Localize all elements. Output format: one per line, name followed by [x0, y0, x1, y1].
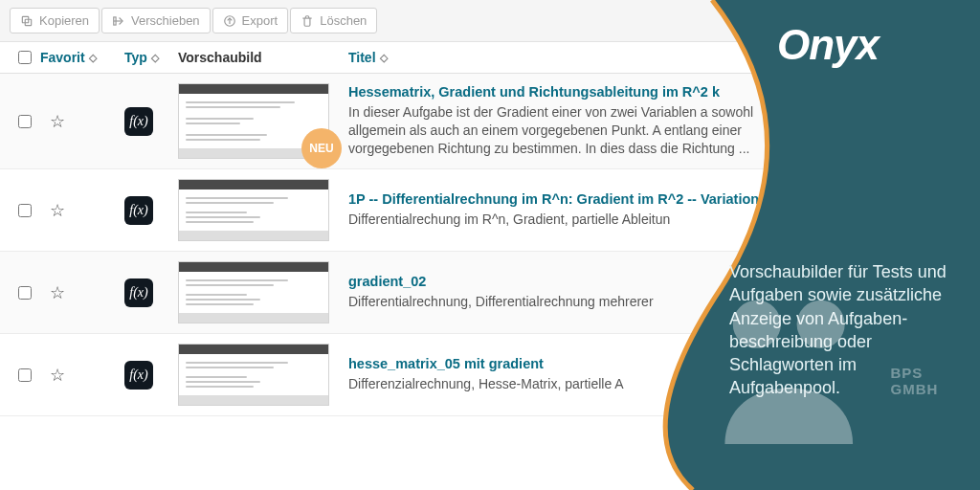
copy-button[interactable]: Kopieren	[10, 8, 100, 33]
row-title-link[interactable]: Hessematrix, Gradient und Richtungsablei…	[348, 84, 970, 100]
thumbnail[interactable]	[178, 344, 329, 406]
table-header: Favorit◇ Typ◇ Vorschaubild Titel◇	[0, 42, 980, 74]
type-icon: f(x)	[124, 107, 153, 136]
toolbar: Kopieren Verschieben Export Löschen	[0, 0, 980, 42]
sort-icon: ◇	[151, 52, 159, 64]
thumbnail[interactable]	[178, 179, 329, 241]
trash-icon	[301, 14, 314, 28]
delete-label: Löschen	[320, 13, 367, 28]
row-checkbox[interactable]	[18, 204, 32, 217]
row-description: Differentialrechung im R^n, Gradient, pa…	[348, 211, 789, 229]
type-icon: f(x)	[124, 196, 153, 225]
export-button[interactable]: Export	[212, 8, 289, 33]
table-row: ☆f(x)hesse_matrix_05 mit gradientDiffere…	[0, 334, 980, 416]
row-title-link[interactable]: gradient_02	[348, 274, 970, 289]
copy-label: Kopieren	[39, 13, 89, 28]
favorite-star[interactable]: ☆	[50, 201, 65, 220]
type-icon: f(x)	[124, 278, 153, 307]
sort-icon: ◇	[380, 52, 388, 64]
favorite-star[interactable]: ☆	[50, 283, 65, 302]
sort-icon: ◇	[89, 52, 97, 64]
new-badge: NEU	[301, 128, 342, 168]
row-description: Differentialrechnung, Differentialrechnu…	[348, 293, 789, 311]
row-title-link[interactable]: 1P -- Differentialrechnung im R^n: Gradi…	[348, 191, 970, 207]
row-checkbox[interactable]	[18, 368, 32, 382]
select-all-checkbox[interactable]	[18, 51, 32, 64]
row-description: Differenzialrechnung, Hesse-Matrix, part…	[348, 375, 789, 393]
row-checkbox[interactable]	[18, 115, 32, 128]
type-icon: f(x)	[124, 361, 153, 390]
table-body: ☆f(x)NEUHessematrix, Gradient und Richtu…	[0, 74, 980, 416]
copy-icon	[20, 14, 33, 28]
delete-button[interactable]: Löschen	[290, 8, 377, 33]
table-row: ☆f(x)1P -- Differentialrechnung im R^n: …	[0, 169, 980, 252]
header-favorite[interactable]: Favorit◇	[40, 50, 97, 65]
favorite-star[interactable]: ☆	[50, 366, 65, 385]
move-icon	[112, 14, 125, 28]
favorite-star[interactable]: ☆	[50, 112, 65, 131]
header-type[interactable]: Typ◇	[124, 50, 159, 65]
row-description: In dieser Aufgabe ist der Gradient einer…	[348, 103, 789, 158]
header-thumbnail: Vorschaubild	[178, 50, 262, 65]
header-title[interactable]: Titel◇	[348, 50, 388, 65]
row-title-link[interactable]: hesse_matrix_05 mit gradient	[348, 356, 970, 371]
table-row: ☆f(x)gradient_02Differentialrechnung, Di…	[0, 252, 980, 334]
row-checkbox[interactable]	[18, 286, 32, 300]
table-row: ☆f(x)NEUHessematrix, Gradient und Richtu…	[0, 74, 980, 169]
move-label: Verschieben	[131, 13, 200, 28]
export-icon	[223, 14, 236, 28]
thumbnail[interactable]	[178, 261, 329, 323]
export-label: Export	[242, 13, 278, 28]
thumbnail[interactable]: NEU	[178, 83, 329, 159]
move-button[interactable]: Verschieben	[101, 8, 211, 33]
